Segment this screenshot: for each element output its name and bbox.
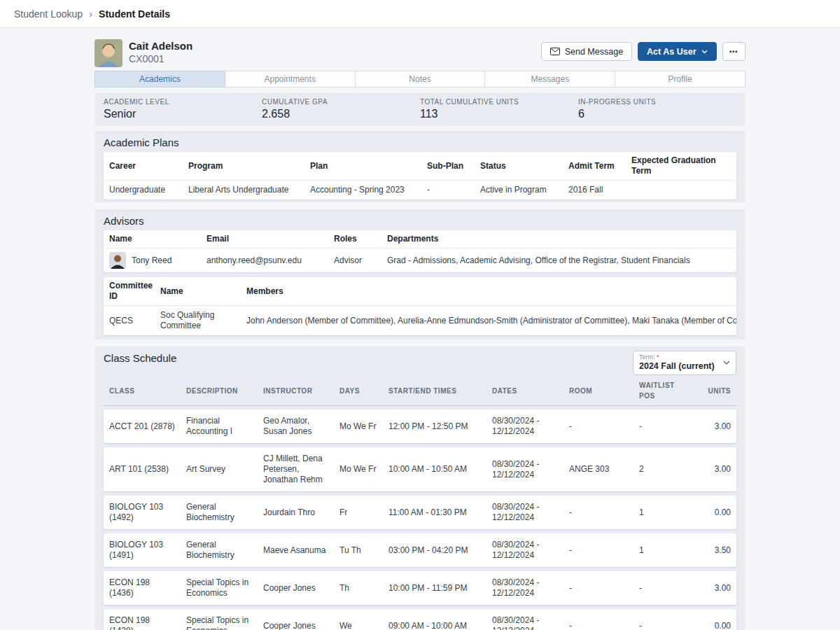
table-cell: - [634, 419, 696, 435]
table-cell: BIOLOGY 103 (1491) [104, 537, 181, 564]
advisor-row: Tony Reed anthony.reed@psunv.edu Advisor… [104, 248, 736, 272]
stat-total-cumulative-units: Total Cumulative Units 113 [420, 98, 578, 120]
breadcrumb-student-lookup[interactable]: Student Lookup [14, 8, 83, 20]
send-message-label: Send Message [565, 47, 623, 57]
table-cell: Roles [328, 230, 382, 248]
table-cell: Dates [486, 383, 564, 400]
stat-label: Academic Level [104, 98, 262, 106]
table-row: BIOLOGY 103 (1491)General BiochemistryMa… [104, 533, 736, 567]
tab-notes[interactable]: Notes [356, 71, 486, 88]
committee-id: QECS [104, 312, 155, 330]
table-cell: Description [181, 383, 258, 400]
table-cell: Special Topics in Economics [181, 575, 258, 601]
table-cell: ECON 198 (1438) [104, 612, 181, 630]
stat-label: Total Cumulative Units [420, 98, 578, 106]
advisor-roles: Advisor [328, 252, 382, 270]
tab-academics[interactable]: Academics [94, 71, 225, 88]
academic-plans-header: CareerProgramPlanSub-PlanStatusAdmit Ter… [104, 152, 736, 181]
plan-plan: Accounting - Spring 2023 [304, 181, 421, 200]
stat-label: In-Progress Units [578, 98, 736, 106]
breadcrumb-separator-icon: › [89, 8, 92, 20]
act-as-user-button[interactable]: Act As User [638, 42, 716, 61]
table-cell: Th [334, 580, 383, 596]
student-name: Cait Adelson [129, 39, 541, 52]
table-cell: Admit Term [563, 158, 626, 175]
envelope-icon [550, 48, 560, 55]
table-cell: Cooper Jones [258, 618, 334, 630]
academic-stats-bar: Academic Level Senior Cumulative GPA 2.6… [94, 93, 746, 126]
table-cell: Tu Th [334, 542, 383, 559]
table-cell: Mo We Fr [334, 461, 383, 477]
tab-appointments[interactable]: Appointments [225, 71, 356, 88]
table-cell: General Biochemistry [181, 537, 258, 564]
table-cell: Program [183, 158, 304, 175]
table-cell: Art Survey [181, 461, 258, 477]
table-cell: Status [475, 158, 563, 175]
table-cell: 2 [634, 461, 696, 477]
advisor-avatar [109, 252, 126, 269]
class-schedule-header-row: Class Schedule Term: * 2024 Fall (curren… [104, 352, 736, 375]
schedule-term-select[interactable]: Term: * 2024 Fall (current) [633, 351, 736, 375]
chevron-down-icon [701, 50, 708, 54]
class-schedule-rows: ACCT 201 (2878)Financial Accounting IGeo… [104, 406, 736, 630]
more-actions-button[interactable]: ⋯ [722, 42, 746, 61]
tab-profile[interactable]: Profile [615, 71, 746, 88]
ellipsis-icon: ⋯ [729, 46, 739, 57]
advisors-title: Advisors [104, 215, 736, 227]
table-cell: Expected Graduation Term [626, 152, 736, 180]
table-cell: Plan [304, 158, 421, 175]
table-row: ECON 198 (1436)Special Topics in Economi… [104, 571, 736, 605]
table-cell: 0.00 [696, 618, 736, 630]
table-cell: 08/30/2024 - 12/12/2024 [486, 413, 564, 440]
chevron-down-icon [723, 360, 730, 365]
table-cell: 3.00 [696, 419, 736, 435]
committee-row: QECS Soc Qualifying Committee John Ander… [104, 306, 736, 335]
table-cell: ACCT 201 (2878) [104, 419, 181, 435]
header-actions: Send Message Act As User ⋯ [541, 39, 746, 61]
advisor-name: Tony Reed [132, 255, 172, 266]
plan-sub-plan: - [421, 181, 475, 200]
tab-messages[interactable]: Messages [485, 71, 615, 88]
plan-program: Liberal Arts Undergraduate [183, 181, 304, 200]
academic-plans-table: CareerProgramPlanSub-PlanStatusAdmit Ter… [104, 152, 736, 200]
committee-members: John Anderson (Member of Committee), Aur… [241, 312, 736, 330]
table-cell: Maeve Asanuma [258, 542, 334, 559]
table-cell: - [564, 618, 634, 630]
table-cell: 11:00 AM - 01:30 PM [383, 505, 486, 521]
schedule-term-text: Term: * 2024 Fall (current) [639, 354, 715, 372]
table-cell: 1 [634, 542, 696, 559]
table-cell: 1 [634, 505, 696, 521]
table-cell: BIOLOGY 103 (1492) [104, 499, 181, 526]
table-row: ART 101 (2538)Art SurveyCJ Millett, Dena… [104, 447, 736, 491]
table-row: Committee IDNameMembers [104, 277, 736, 306]
table-row: ACCT 201 (2878)Financial Accounting IGeo… [104, 410, 736, 443]
table-cell: - [564, 542, 634, 559]
plan-career: Undergraduate [104, 181, 183, 200]
stat-value: Senior [104, 108, 262, 120]
plan-expected-graduation-term [626, 186, 736, 195]
table-cell: - [564, 419, 634, 435]
stat-label: Cumulative GPA [262, 98, 420, 106]
plan-status: Active in Program [475, 181, 563, 200]
table-cell: Career [104, 158, 183, 175]
academic-plan-row: Undergraduate Liberal Arts Undergraduate… [104, 181, 736, 200]
table-cell: 12:00 PM - 12:50 PM [383, 419, 486, 435]
breadcrumb-student-details: Student Details [99, 8, 170, 20]
table-cell: Sub-Plan [421, 158, 475, 175]
table-cell: 10:00 PM - 11:59 PM [383, 580, 486, 596]
send-message-button[interactable]: Send Message [541, 42, 632, 61]
table-cell: Days [334, 383, 383, 400]
class-schedule-column-headers: ClassDescriptionInstructorDaysStart/End … [104, 377, 736, 406]
table-cell: 0.00 [696, 505, 736, 521]
advisors-table: NameEmailRolesDepartments Tony Reed anth… [104, 230, 736, 272]
table-cell: 08/30/2024 - 12/12/2024 [486, 612, 564, 630]
stat-academic-level: Academic Level Senior [104, 98, 262, 120]
table-cell: - [564, 505, 634, 521]
table-row: ECON 198 (1438)Special Topics in Economi… [104, 609, 736, 630]
table-cell: Jourdain Thro [258, 505, 334, 521]
stat-value: 2.658 [262, 108, 420, 120]
student-identity: Cait Adelson CX0001 [129, 39, 541, 66]
advisor-photo-icon [109, 252, 126, 269]
table-cell: 08/30/2024 - 12/12/2024 [486, 575, 564, 601]
stat-value: 6 [578, 108, 736, 120]
